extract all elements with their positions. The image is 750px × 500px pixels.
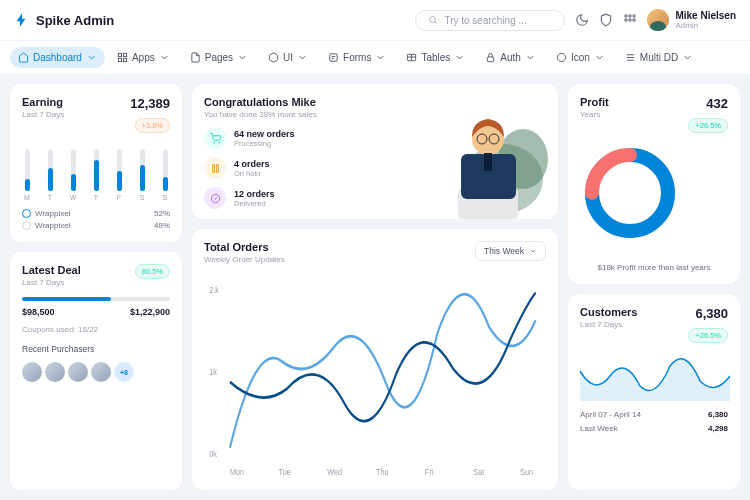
svg-point-0 (430, 17, 436, 23)
congrats-card: Congratulations Mike You have done 38% m… (192, 84, 558, 219)
grid-icon (117, 52, 128, 63)
search-input[interactable]: Try to searching ... (415, 10, 565, 31)
chevron-down-icon (237, 52, 248, 63)
svg-text:1k: 1k (209, 366, 217, 377)
truck-icon (204, 187, 226, 209)
svg-rect-9 (118, 58, 121, 61)
deal-title: Latest Deal (22, 264, 81, 276)
customers-row: Last Week4,298 (580, 424, 728, 433)
user-role: Admin (675, 21, 736, 30)
customers-card: CustomersLast 7 Days 6,380+26.5% April 0… (568, 294, 740, 490)
user-name: Mike Nielsen (675, 10, 736, 21)
chevron-down-icon (375, 52, 386, 63)
tab-tables[interactable]: Tables (398, 47, 473, 68)
chevron-down-icon (682, 52, 693, 63)
rocket-icon (14, 12, 30, 28)
avatar[interactable] (22, 362, 42, 382)
svg-point-2 (629, 15, 631, 17)
svg-text:Mon: Mon (230, 466, 244, 477)
mascot-illustration (408, 99, 558, 219)
earning-card: EarningLast 7 Days 12,389+3.8% M T W T F… (10, 84, 182, 242)
tab-forms[interactable]: Forms (320, 47, 394, 68)
profit-donut (580, 143, 680, 243)
chevron-down-icon (525, 52, 536, 63)
chevron-down-icon (594, 52, 605, 63)
recent-purchasers-title: Recent Purchasers (22, 344, 170, 354)
user-menu[interactable]: Mike Nielsen Admin (647, 9, 736, 31)
svg-point-3 (633, 15, 635, 17)
app-name: Spike Admin (36, 13, 114, 28)
tab-ui[interactable]: UI (260, 47, 316, 68)
avatar[interactable] (45, 362, 65, 382)
nav-tabs: Dashboard Apps Pages UI Forms Tables Aut… (0, 40, 750, 74)
orders-title: Total Orders (204, 241, 285, 253)
legend-item: Wrappixel48% (22, 221, 170, 230)
tab-icon[interactable]: Icon (548, 47, 613, 68)
earning-title: Earning (22, 96, 64, 108)
svg-rect-27 (484, 153, 492, 171)
tab-multidd[interactable]: Multi DD (617, 47, 701, 68)
svg-point-6 (633, 19, 635, 21)
deal-subtitle: Last 7 Days (22, 278, 81, 287)
shield-icon[interactable] (599, 13, 613, 27)
profit-note: $18k Profit more than last years (580, 263, 728, 272)
svg-point-4 (625, 19, 627, 21)
avatar-more[interactable]: +8 (114, 362, 134, 382)
deal-current: $98,500 (22, 307, 55, 317)
svg-rect-18 (216, 164, 218, 171)
tab-auth[interactable]: Auth (477, 47, 544, 68)
lock-icon (485, 52, 496, 63)
total-orders-card: Total OrdersWeekly Order Updates This We… (192, 229, 558, 490)
customers-value: 6,380 (688, 306, 728, 321)
latest-deal-card: Latest DealLast 7 Days 86.5% $98,500$1,2… (10, 252, 182, 490)
search-placeholder: Try to searching ... (444, 15, 526, 26)
svg-text:2.k: 2.k (209, 284, 219, 295)
svg-text:Sun: Sun (520, 466, 533, 477)
profit-title: Profit (580, 96, 609, 108)
svg-point-1 (625, 15, 627, 17)
svg-text:Thu: Thu (376, 466, 389, 477)
customers-title: Customers (580, 306, 637, 318)
avatar (647, 9, 669, 31)
avatar[interactable] (91, 362, 111, 382)
svg-point-14 (557, 53, 565, 61)
svg-rect-8 (123, 53, 126, 56)
logo[interactable]: Spike Admin (14, 12, 114, 28)
orders-line-chart: 2.k 1k 0k Mon Tue Wed Thu Fri Sat Sun (204, 272, 546, 478)
home-icon (18, 52, 29, 63)
svg-rect-17 (212, 164, 214, 171)
tab-dashboard[interactable]: Dashboard (10, 47, 105, 68)
star-icon (556, 52, 567, 63)
svg-rect-10 (123, 58, 126, 61)
deal-progress (22, 297, 170, 301)
svg-point-15 (213, 142, 214, 143)
svg-point-5 (629, 19, 631, 21)
earning-chart: M T W T F S S (22, 143, 170, 201)
period-dropdown[interactable]: This Week (475, 241, 546, 261)
layers-icon (625, 52, 636, 63)
customers-row: April 07 - April 146,380 (580, 410, 728, 419)
avatar[interactable] (68, 362, 88, 382)
tab-apps[interactable]: Apps (109, 47, 178, 68)
profit-value: 432 (688, 96, 728, 111)
file-icon (190, 52, 201, 63)
svg-rect-13 (488, 57, 494, 62)
deal-badge: 86.5% (135, 264, 170, 279)
chevron-down-icon (297, 52, 308, 63)
chevron-down-icon (454, 52, 465, 63)
svg-text:Sat: Sat (473, 466, 484, 477)
box-icon (268, 52, 279, 63)
svg-text:Wed: Wed (327, 466, 342, 477)
chevron-down-icon (159, 52, 170, 63)
moon-icon[interactable] (575, 13, 589, 27)
search-icon (428, 15, 438, 25)
profit-change: +26.5% (688, 118, 728, 133)
chevron-down-icon (529, 247, 537, 255)
apps-icon[interactable] (623, 13, 637, 27)
earning-change: +3.8% (135, 118, 170, 133)
tab-pages[interactable]: Pages (182, 47, 256, 68)
cart-icon (204, 127, 226, 149)
svg-text:Fri: Fri (425, 466, 434, 477)
orders-subtitle: Weekly Order Updates (204, 255, 285, 264)
recent-purchasers: +8 (22, 362, 170, 382)
